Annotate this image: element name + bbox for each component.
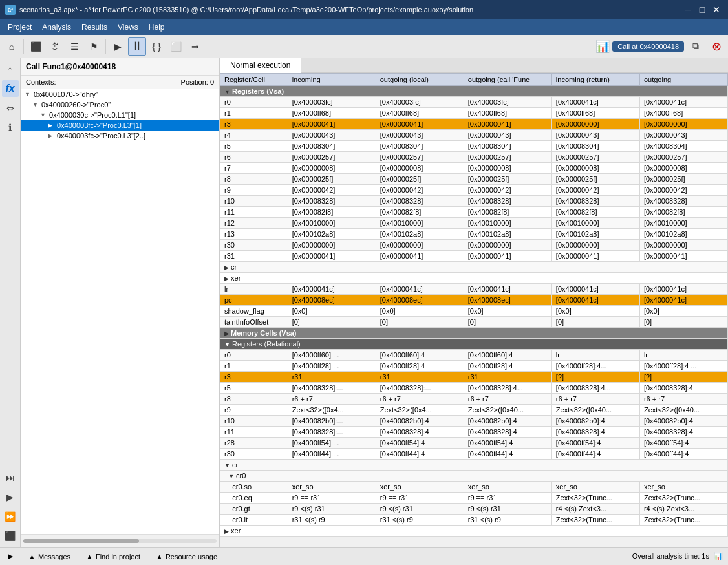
play-side-icon[interactable]: ▶ [2,489,19,506]
table-row-highlight-r3: r3[0x00000041][0x00000041][0x00000041][0… [220,119,728,130]
tree-item-proc0l3-1[interactable]: ▶ 0x400003fc->"Proc0.L3"[1] [21,120,219,131]
table-row-cr0-gt: cr0.gtr9 <(s) r31r9 <(s) r31r9 <(s) r31r… [220,504,728,515]
status-messages[interactable]: ▲ Messages [26,551,73,562]
play-button[interactable]: ▶ [109,37,127,56]
minimize-button[interactable]: ─ [681,3,694,16]
section-registers-vsa: ▼ Registers (Vsa) [220,86,728,97]
split-view-button[interactable]: ⧉ [687,37,705,56]
left-panel-scrollbar[interactable] [21,534,219,547]
home-button[interactable]: ⌂ [3,37,21,56]
table-row: r12[0x40010000][0x40010000][0x40010000][… [220,218,728,229]
window-controls: ─ □ ✕ [681,3,723,16]
resource-usage-label: Resource usage [166,553,217,560]
fast-forward2-icon[interactable]: ⏩ [2,508,19,525]
table-row: r10[0x40008328][0x40008328][0x40008328][… [220,196,728,207]
tree-arrow-proc0l3-1: ▶ [48,122,56,129]
title-bar: a³ scenarios_a3.apx* - a³ for PowerPC e2… [0,0,728,19]
tab-bar: Normal execution [220,58,728,73]
up-arrow-find-icon: ▲ [86,553,93,560]
expand-cr-rel[interactable]: ▼ [224,462,230,469]
expand-xer[interactable]: ▶ [224,275,229,282]
table-row-taint: taintInfoOffset[0][0][0][0][0] [220,317,728,328]
col-header-outgoing-local: outgoing (local) [376,74,464,86]
stop-side-icon[interactable]: ⬛ [2,528,19,544]
table-row-lr: lr[0x4000041c][0x4000041c][0x4000041c][0… [220,284,728,295]
menu-project[interactable]: Project [3,19,37,35]
table-row-cr0: ▼ cr0 [220,471,728,482]
tree-arrow-proc0l3-2: ▶ [48,133,56,139]
braces-button[interactable]: { } [147,37,166,56]
reg-r0: r0 [220,97,288,108]
status-find-in-project[interactable]: ▲ Find in project [83,551,143,562]
status-bar: ▶ ▲ Messages ▲ Find in project ▲ Resourc… [0,547,728,565]
function-side-icon[interactable]: fx [2,80,19,97]
status-arrow-button[interactable]: ▶ [5,551,16,562]
function-title: Call Func1@0x40000418 [26,62,214,71]
status-resource-usage[interactable]: ▲ Resource usage [153,551,220,562]
status-play-icon: ▶ [8,552,13,560]
filter-side-icon[interactable]: ⇔ [2,100,19,116]
table-row-cr0-lt: cr0.ltr31 <(s) r9r31 <(s) r9r31 <(s) r9Z… [220,515,728,526]
home-side-icon[interactable]: ⌂ [2,61,19,78]
flag-button[interactable]: ⚑ [85,37,103,56]
tree-arrow-proc0l1: ▼ [40,112,48,118]
tree-item-proc0l1[interactable]: ▼ 0x4000030c->"Proc0.L1"[1] [21,110,219,120]
table-row-cr: ▶ cr [220,262,728,273]
tree-item-proc0l3-2[interactable]: ▶ 0x400003fc->"Proc0.L3"[2..] [21,131,219,141]
expand-xer-rel[interactable]: ▶ [224,528,229,535]
pause-button[interactable]: ⏸ [128,37,146,56]
maximize-button[interactable]: □ [696,3,709,16]
app-icon: a³ [5,5,16,15]
square-button[interactable]: ⬜ [167,37,185,56]
window-title: scenarios_a3.apx* - a³ for PowerPC e200 … [19,6,473,14]
table-row: r5[0x40008328]:...[0x40008328]:...[0x400… [220,383,728,394]
col-header-incoming-return: incoming (return) [551,74,639,86]
table-row: r4[0x00000043][0x00000043][0x00000043][0… [220,130,728,141]
section-relational-label: ▼ Registers (Relational) [220,339,728,350]
table-row-xer-rel: ▶ xer [220,526,728,537]
section-relational: ▼ Registers (Relational) [220,339,728,350]
tree-label-dhry: 0x40001070->"dhry" [34,91,98,98]
expand-cr[interactable]: ▶ [224,264,229,271]
table-row: r0[0x4000ff60]:...[0x4000ff60]:4[0x4000f… [220,350,728,361]
tab-normal-execution[interactable]: Normal execution [220,58,301,73]
main-layout: ⌂ fx ⇔ ℹ ⏭ ▶ ⏩ ⬛ Call Func1@0x40000418 C… [0,58,728,547]
table-row-pc-highlight: pc[0x400008ec][0x400008ec][0x400008ec][0… [220,295,728,306]
table-row: r1[0x4000ff28]:...[0x4000ff28]:4[0x4000f… [220,361,728,372]
section-memory-cells-label: ▶ Memory Cells (Vsa) [220,328,728,339]
table-container[interactable]: Register/Cell incoming outgoing (local) … [220,73,728,547]
timer-button[interactable]: ⏱ [46,37,64,56]
menu-results[interactable]: Results [76,19,112,35]
menu-help[interactable]: Help [144,19,170,35]
toolbar-right: 📊 Call at 0x40000418 ⧉ ⊗ [595,37,725,56]
tree-label-proc0l1: 0x4000030c->"Proc0.L1"[1] [49,111,136,119]
close-button[interactable]: ✕ [710,3,723,16]
table-row: r28[0x4000ff54]:...[0x4000ff54]:4[0x4000… [220,438,728,449]
tree-arrow-dhry: ▼ [25,91,32,98]
toolbar-separator-2 [105,39,106,54]
menu-analysis[interactable]: Analysis [37,19,76,35]
menu-views[interactable]: Views [112,19,144,35]
side-icons: ⌂ fx ⇔ ℹ ⏭ ▶ ⏩ ⬛ [0,58,21,547]
status-right: Overall analysis time: 1s 📊 [632,552,723,560]
toolbar: ⌂ ⬛ ⏱ ☰ ⚑ ▶ ⏸ { } ⬜ ⇒ 📊 Call at 0x400004… [0,35,728,58]
tree-item-proc0[interactable]: ▼ 0x40000260->"Proc0" [21,100,219,110]
error-button[interactable]: ⊗ [707,37,725,56]
table-row: r11[0x400082f8][0x400082f8][0x400082f8][… [220,207,728,218]
scroll-thumb[interactable] [23,539,139,543]
scroll-track [23,539,217,543]
tree-item-dhry[interactable]: ▼ 0x40001070->"dhry" [21,89,219,100]
info-side-icon[interactable]: ℹ [2,119,19,136]
table-row: r6[0x00000257][0x00000257][0x00000257][0… [220,152,728,163]
section-memory-cells: ▶ Memory Cells (Vsa) [220,328,728,339]
col-header-outgoing: outgoing [639,74,727,86]
overall-time-label: Overall analysis time: 1s [632,552,709,560]
col-header-incoming: incoming [288,74,376,86]
list-button[interactable]: ☰ [65,37,83,56]
table-row: r8[0x0000025f][0x0000025f][0x0000025f][0… [220,174,728,185]
arrow-button[interactable]: ⇒ [186,37,204,56]
stop-button[interactable]: ⬛ [27,37,45,56]
fast-forward-icon[interactable]: ⏭ [2,469,19,486]
call-badge[interactable]: Call at 0x40000418 [612,41,684,52]
left-panel: Call Func1@0x40000418 Contexts: Position… [21,58,220,547]
